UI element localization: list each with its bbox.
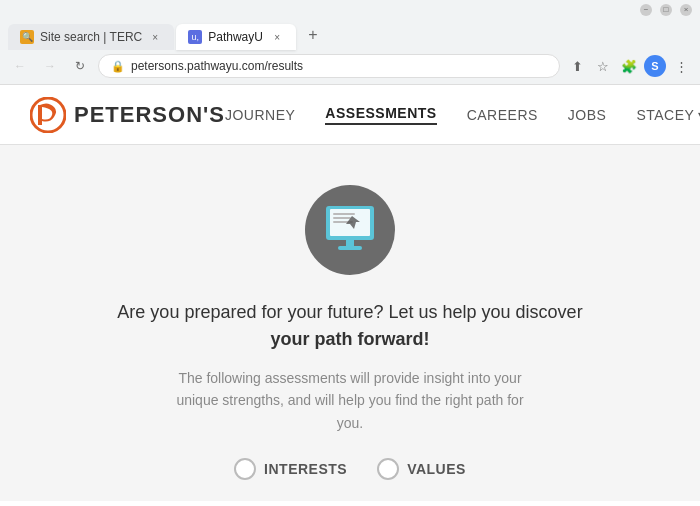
monitor-icon [322, 202, 378, 258]
headline: Are you prepared for your future? Let us… [117, 299, 582, 353]
window-maximize-btn[interactable]: □ [660, 4, 672, 16]
svg-rect-7 [346, 240, 354, 247]
main-nav: JOURNEY ASSESSMENTS CAREERS JOBS STACEY … [225, 105, 700, 125]
bookmark-button[interactable]: ☆ [592, 55, 614, 77]
radio-group: INTERESTS VALUES [234, 458, 466, 480]
nav-stacey[interactable]: STACEY ▾ [636, 107, 700, 123]
tabs-bar: 🔍 Site search | TERC × u, PathwayU × + [0, 20, 700, 50]
main-content: Are you prepared for your future? Let us… [0, 145, 700, 501]
tab-label-pathwayu: PathwayU [208, 30, 263, 44]
nav-careers[interactable]: CAREERS [467, 107, 538, 123]
url-text: petersons.pathwayu.com/results [131, 59, 303, 73]
svg-rect-4 [333, 217, 351, 219]
svg-rect-8 [338, 246, 362, 250]
refresh-button[interactable]: ↻ [68, 54, 92, 78]
address-bar: ← → ↻ 🔒 petersons.pathwayu.com/results ⬆… [0, 50, 700, 84]
tab-favicon-pathwayu: u, [188, 30, 202, 44]
back-button[interactable]: ← [8, 54, 32, 78]
tab-close-search[interactable]: × [148, 30, 162, 44]
radio-values[interactable]: VALUES [377, 458, 466, 480]
new-tab-button[interactable]: + [298, 20, 327, 50]
tab-site-search[interactable]: 🔍 Site search | TERC × [8, 24, 174, 50]
tab-close-pathwayu[interactable]: × [270, 30, 284, 44]
forward-button[interactable]: → [38, 54, 62, 78]
share-button[interactable]: ⬆ [566, 55, 588, 77]
site-header: PETERSON'S JOURNEY ASSESSMENTS CAREERS J… [0, 85, 700, 145]
page-content: PETERSON'S JOURNEY ASSESSMENTS CAREERS J… [0, 85, 700, 501]
logo-text: PETERSON'S [74, 102, 225, 128]
radio-interests-label: INTERESTS [264, 461, 347, 477]
nav-journey[interactable]: JOURNEY [225, 107, 295, 123]
browser-chrome: − □ × 🔍 Site search | TERC × u, PathwayU… [0, 0, 700, 85]
nav-assessments[interactable]: ASSESSMENTS [325, 105, 436, 125]
radio-values-circle [377, 458, 399, 480]
svg-rect-3 [333, 213, 355, 215]
tab-pathwayu[interactable]: u, PathwayU × [176, 24, 296, 50]
logo-icon [30, 97, 66, 133]
subtext: The following assessments will provide i… [170, 367, 530, 434]
tab-favicon-search: 🔍 [20, 30, 34, 44]
radio-interests-circle [234, 458, 256, 480]
radio-values-label: VALUES [407, 461, 466, 477]
logo[interactable]: PETERSON'S [30, 97, 225, 133]
menu-button[interactable]: ⋮ [670, 55, 692, 77]
nav-jobs[interactable]: JOBS [568, 107, 607, 123]
monitor-icon-wrapper [305, 185, 395, 275]
title-bar: − □ × [0, 0, 700, 20]
tab-label-search: Site search | TERC [40, 30, 142, 44]
url-bar[interactable]: 🔒 petersons.pathwayu.com/results [98, 54, 560, 78]
window-close-btn[interactable]: × [680, 4, 692, 16]
lock-icon: 🔒 [111, 60, 125, 73]
radio-interests[interactable]: INTERESTS [234, 458, 347, 480]
extensions-button[interactable]: 🧩 [618, 55, 640, 77]
account-button[interactable]: S [644, 55, 666, 77]
address-actions: ⬆ ☆ 🧩 S ⋮ [566, 55, 692, 77]
window-minimize-btn[interactable]: − [640, 4, 652, 16]
